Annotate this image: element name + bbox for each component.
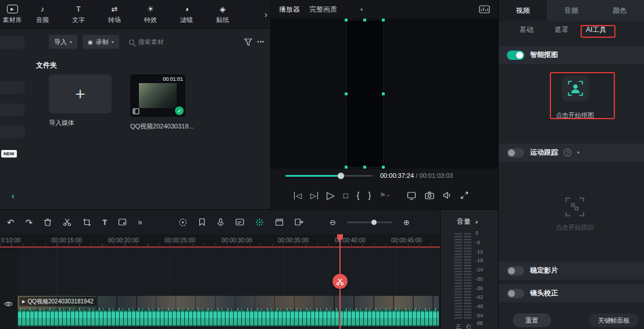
zoom-slider[interactable]: [347, 221, 392, 223]
undo-button[interactable]: ↶: [7, 218, 15, 227]
search-input[interactable]: 搜索素材: [129, 38, 239, 47]
split-scissors-badge[interactable]: [332, 274, 348, 289]
marker-flag-button[interactable]: ⚑ ▾: [380, 192, 389, 199]
lens-correction-toggle[interactable]: [507, 289, 524, 298]
zoom-knob[interactable]: [371, 220, 377, 225]
keyframe-panel-button[interactable]: 关键帧面板: [589, 313, 639, 327]
chroma-key-button[interactable]: [255, 218, 264, 227]
toolbar-item-audio[interactable]: ♪ 音频: [24, 5, 60, 24]
search-placeholder: 搜索素材: [138, 38, 164, 47]
toolbar-item-stickers[interactable]: ◈ 贴纸: [205, 5, 241, 24]
marker-button[interactable]: [198, 218, 206, 226]
next-frame-button[interactable]: ▷: [310, 192, 318, 199]
tab-video[interactable]: 视频: [499, 0, 547, 21]
subtab-mask[interactable]: 遮罩: [554, 25, 568, 35]
text-tool-button[interactable]: T: [102, 219, 107, 226]
tab-audio[interactable]: 音频: [547, 0, 595, 21]
category-item[interactable]: [0, 103, 25, 116]
speed-clapper-button[interactable]: [275, 218, 284, 226]
render-preview-button[interactable]: [178, 218, 187, 227]
motion-tracking-toggle[interactable]: [507, 148, 524, 158]
category-item[interactable]: [0, 126, 25, 138]
resize-handle[interactable]: [382, 19, 385, 22]
timeline-tracks[interactable]: ▶ QQ视频20240303181942: [0, 248, 440, 329]
reset-button[interactable]: 重置: [513, 313, 551, 327]
mark-in-button[interactable]: {: [357, 191, 360, 199]
sticker-icon: ◈: [220, 5, 226, 13]
toggle-knob: [508, 149, 515, 156]
resize-handle[interactable]: [345, 19, 348, 22]
voiceover-mic-button[interactable]: [217, 218, 224, 227]
start-cutout-button[interactable]: [562, 76, 589, 101]
toolbar-item-text[interactable]: T 文字: [60, 5, 96, 24]
toolbar-item-effects[interactable]: ☀ 特效: [133, 5, 169, 24]
toolbar-item-media-library[interactable]: ▶ 素材库: [0, 5, 24, 24]
filter-icon[interactable]: [244, 38, 252, 46]
export-frame-button[interactable]: [295, 218, 304, 226]
mark-out-button[interactable]: }: [368, 191, 371, 199]
music-note-icon: ♪: [41, 5, 45, 13]
subtab-basic[interactable]: 基础: [520, 25, 534, 35]
mask-tool-button[interactable]: [118, 218, 127, 226]
player-panel: 播放器 完整画质 ▾: [270, 0, 498, 209]
delete-button[interactable]: [44, 218, 52, 227]
crop-button[interactable]: [83, 218, 91, 227]
toolbar-item-transition[interactable]: ⇄ 转场: [96, 5, 133, 24]
playhead[interactable]: [336, 234, 344, 329]
zoom-out-button[interactable]: ⊖: [330, 219, 336, 226]
speaker-button[interactable]: [443, 191, 452, 199]
media-tiles: + 导入媒体 00:01:01 ✓ QQ视频2024030318...: [49, 74, 194, 131]
subtitle-button[interactable]: [235, 218, 244, 226]
seek-slider[interactable]: [285, 175, 373, 177]
start-cutout-label: 点击开始抠图: [528, 111, 621, 120]
zoom-in-button[interactable]: ⊕: [403, 219, 410, 226]
chevron-down-icon: ▾: [112, 40, 114, 45]
help-icon[interactable]: ?: [564, 149, 571, 156]
plus-icon: +: [75, 85, 85, 103]
resize-handle[interactable]: [382, 92, 385, 95]
import-button[interactable]: 导入 ▾: [49, 35, 77, 49]
video-clip-tile[interactable]: 00:01:01 ✓: [130, 74, 185, 117]
play-button[interactable]: ▷: [327, 190, 335, 201]
toolbar-item-filters[interactable]: ◑ 滤镜: [169, 5, 205, 24]
category-item[interactable]: [0, 36, 25, 49]
timeline-clip-name: QQ视频20240303181942: [27, 298, 93, 306]
category-item[interactable]: [0, 81, 25, 94]
volume-panel-toggle[interactable]: 音量 ▲: [457, 217, 479, 227]
audio-track-clip[interactable]: [17, 310, 439, 326]
scope-histogram-icon[interactable]: [479, 5, 490, 13]
toolbar-item-label: 贴纸: [216, 16, 229, 24]
split-scissors-button[interactable]: [63, 218, 71, 226]
quality-dropdown[interactable]: 完整画质 ▾: [309, 5, 363, 15]
snapshot-camera-button[interactable]: [425, 191, 434, 199]
more-options-icon[interactable]: •••: [257, 39, 264, 45]
scale-tick: -42: [475, 294, 483, 300]
previous-frame-button[interactable]: ◁: [294, 192, 302, 199]
fullscreen-button[interactable]: [460, 191, 468, 199]
scale-tick: -24: [475, 267, 483, 273]
resize-handle[interactable]: [382, 166, 385, 169]
preview-area[interactable]: [271, 19, 498, 169]
collapse-panel-icon[interactable]: ‹: [12, 191, 15, 201]
resize-handle[interactable]: [345, 166, 348, 169]
redo-button[interactable]: ↷: [26, 218, 33, 227]
preview-clip[interactable]: [346, 20, 383, 167]
chevron-down-icon[interactable]: ▾: [577, 150, 579, 155]
resize-handle[interactable]: [363, 166, 366, 169]
display-ratio-button[interactable]: [407, 191, 416, 200]
properties-panel: 视频 音频 颜色 基础 遮罩 AI工具 智能抠图 点击开始抠图 运动跟踪 ? ▾: [498, 0, 644, 329]
eye-icon[interactable]: [4, 301, 13, 307]
timeline-ruler[interactable]: 0:10:00 00:00:15:00 00:00:20:00 00:00:25…: [0, 234, 440, 247]
tab-color[interactable]: 颜色: [596, 0, 644, 21]
record-button[interactable]: ◉ 录制 ▾: [83, 35, 119, 49]
expand-toolbar-icon[interactable]: ›: [264, 9, 267, 19]
stabilization-toggle[interactable]: [507, 266, 524, 276]
subtab-ai-tools[interactable]: AI工具: [586, 25, 606, 35]
resize-handle[interactable]: [345, 92, 348, 95]
seek-knob[interactable]: [338, 173, 344, 179]
smart-cutout-toggle[interactable]: [507, 51, 524, 60]
import-media-tile[interactable]: +: [49, 74, 112, 113]
resize-handle[interactable]: [363, 19, 366, 22]
stop-button[interactable]: □: [344, 192, 348, 199]
more-tools-button[interactable]: »: [138, 218, 142, 226]
